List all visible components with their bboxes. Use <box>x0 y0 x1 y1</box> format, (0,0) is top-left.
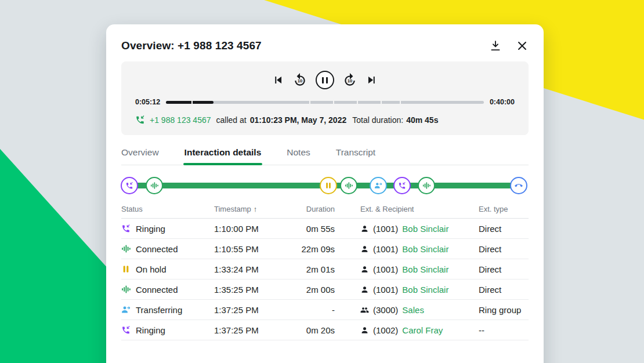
duration-cell: 0m 55s <box>301 224 360 234</box>
seek-bar[interactable] <box>166 101 484 104</box>
person-icon <box>360 326 369 335</box>
called-at-value: 01:10:23 PM, May 7, 2022 <box>250 115 347 125</box>
call-number[interactable]: +1 988 123 4567 <box>150 115 211 125</box>
ext-type-cell: Direct <box>479 264 529 274</box>
skip-next-button[interactable] <box>366 74 378 86</box>
close-icon <box>516 39 529 52</box>
timestamp-cell: 1:33:24 PM <box>214 264 301 274</box>
duration-cell: 2m 00s <box>301 285 360 295</box>
transferring-icon <box>121 305 131 314</box>
timeline-event-connected-2[interactable] <box>340 177 357 194</box>
skip-previous-button[interactable] <box>272 74 284 86</box>
tab-notes[interactable]: Notes <box>287 147 310 158</box>
status-label: Ringing <box>136 224 165 234</box>
rewind-10-icon <box>292 72 307 88</box>
timeline-event-on-hold[interactable] <box>320 177 337 194</box>
recipient-name[interactable]: Bob Sinclair <box>402 285 448 295</box>
timeline-event-call-end[interactable] <box>510 177 527 194</box>
segment-tick <box>381 101 382 104</box>
header-status: Status <box>121 205 214 213</box>
waveform-icon <box>422 182 430 190</box>
forward-10-button[interactable] <box>342 72 357 88</box>
segment-tick <box>400 101 401 104</box>
table-row: Ringing 1:37:25 PM 0m 20s (1002)Carol Fr… <box>121 320 529 340</box>
status-cell: Connected <box>121 244 214 254</box>
interaction-table: Status Timestamp↑ Duration Ext. & Recipi… <box>121 200 529 340</box>
forward-10-icon <box>342 72 357 88</box>
duration-cell: 22m 09s <box>301 244 360 254</box>
header-recipient: Ext. & Recipient <box>360 205 479 213</box>
tab-overview[interactable]: Overview <box>121 147 159 158</box>
ring-group-icon <box>360 306 369 314</box>
segment-tick <box>333 101 334 104</box>
recipient-name[interactable]: Bob Sinclair <box>402 224 448 234</box>
skip-next-icon <box>366 74 378 86</box>
total-duration-label: Total duration: <box>352 115 403 125</box>
download-icon <box>489 39 502 52</box>
recipient-cell: (3000)Sales <box>360 305 479 315</box>
timeline-event-ringing-2[interactable] <box>393 177 411 194</box>
ext-type-cell: Direct <box>479 285 529 295</box>
timeline-event-connected-3[interactable] <box>418 177 435 194</box>
table-row: Connected 1:10:55 PM 22m 09s (1001)Bob S… <box>121 239 529 259</box>
skip-previous-icon <box>272 74 284 86</box>
rewind-10-button[interactable] <box>292 72 307 88</box>
pause-icon <box>324 182 332 190</box>
timeline-event-transferring[interactable] <box>370 177 387 194</box>
call-timeline <box>121 176 529 195</box>
sort-ascending-icon[interactable]: ↑ <box>254 205 258 213</box>
call-info-line: +1 988 123 4567 called at 01:10:23 PM, M… <box>135 115 515 125</box>
phone-incoming-icon <box>125 182 133 190</box>
recipient-cell: (1001)Bob Sinclair <box>360 224 479 234</box>
ringing-icon <box>121 224 131 233</box>
header-duration: Duration <box>301 205 360 213</box>
tab-interaction-details[interactable]: Interaction details <box>184 147 262 158</box>
pause-icon <box>322 77 324 84</box>
status-cell: Transferring <box>121 305 214 315</box>
player-controls <box>135 71 515 89</box>
recipient-name[interactable]: Bob Sinclair <box>402 244 448 254</box>
on-hold-icon <box>121 264 131 274</box>
extension-number: (1001) <box>373 244 398 254</box>
person-icon <box>360 285 369 294</box>
timeline-event-connected-1[interactable] <box>146 177 163 194</box>
pause-button[interactable] <box>316 71 334 89</box>
extension-number: (1001) <box>373 285 398 295</box>
extension-number: (1001) <box>373 224 398 234</box>
status-label: Connected <box>136 244 178 254</box>
download-button[interactable] <box>489 39 502 52</box>
seek-bar-fill <box>166 101 214 104</box>
ringing-icon <box>121 325 131 335</box>
recipient-cell: (1001)Bob Sinclair <box>360 244 479 254</box>
duration-cell: 2m 01s <box>301 264 360 274</box>
ext-type-cell: Ring group <box>479 305 529 315</box>
status-cell: Ringing <box>121 224 214 234</box>
person-icon <box>360 245 369 253</box>
status-cell: Connected <box>121 285 214 295</box>
segment-tick <box>357 101 358 104</box>
hangup-icon <box>515 182 523 190</box>
status-label: On hold <box>136 264 167 274</box>
person-icon <box>360 265 369 274</box>
table-header-row: Status Timestamp↑ Duration Ext. & Recipi… <box>121 200 529 219</box>
timestamp-cell: 1:37:25 PM <box>214 325 301 335</box>
recipient-name[interactable]: Bob Sinclair <box>402 264 448 274</box>
audio-player: 0:05:12 0:40:00 +1 988 123 4567 called a… <box>121 61 529 135</box>
connected-icon <box>121 244 131 253</box>
recipient-cell: (1001)Bob Sinclair <box>360 285 479 295</box>
table-row: Transferring 1:37:25 PM - (3000)Sales Ri… <box>121 300 529 320</box>
recipient-name[interactable]: Sales <box>402 305 424 315</box>
status-label: Transferring <box>136 305 182 315</box>
duration-cell: 0m 20s <box>301 325 360 335</box>
extension-number: (1001) <box>373 264 398 274</box>
recipient-name[interactable]: Carol Fray <box>402 325 443 335</box>
tab-transcript[interactable]: Transcript <box>336 147 375 158</box>
ext-type-cell: Direct <box>479 224 529 234</box>
header-timestamp[interactable]: Timestamp↑ <box>214 205 301 213</box>
timeline-event-ringing-1[interactable] <box>121 177 138 194</box>
close-button[interactable] <box>516 39 529 52</box>
modal-title: Overview: +1 988 123 4567 <box>121 39 262 52</box>
status-cell: Ringing <box>121 325 214 335</box>
called-at-label: called at <box>216 115 247 125</box>
waveform-icon <box>345 182 353 190</box>
